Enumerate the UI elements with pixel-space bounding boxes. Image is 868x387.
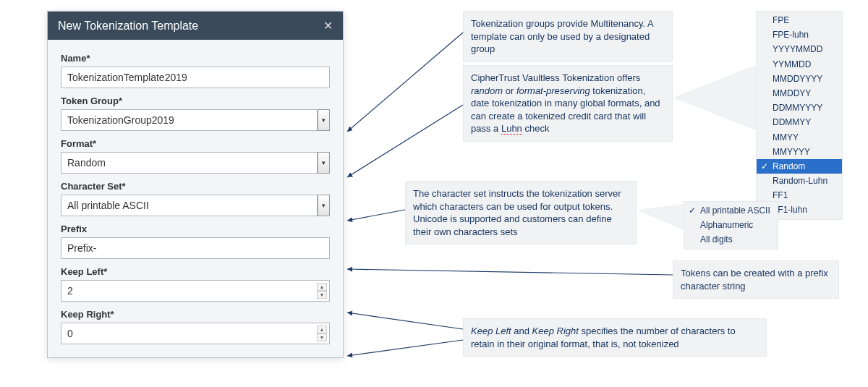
format-option[interactable]: DDMMYY <box>757 115 842 129</box>
svg-line-1 <box>347 105 463 177</box>
charset-options-list: All printable ASCIIAlphanumericAll digit… <box>684 201 778 250</box>
keep-left-label: Keep Left* <box>61 266 330 277</box>
name-input[interactable] <box>61 67 330 88</box>
format-option[interactable]: DDMMYYYY <box>757 101 842 115</box>
format-label: Format* <box>61 138 330 149</box>
callout-token-group: Tokenization groups provide Multitenancy… <box>463 11 673 62</box>
keep-right-label: Keep Right* <box>61 309 330 320</box>
callout-text: Tokenization groups provide Multitenancy… <box>471 18 653 54</box>
callout-format: CipherTrust Vaultless Tokenization offer… <box>463 65 673 142</box>
svg-marker-7 <box>637 204 684 230</box>
format-option[interactable]: Random <box>757 159 842 174</box>
keep-right-stepper[interactable]: ▲▼ <box>317 326 327 341</box>
callout-charset: The character set instructs the tokeniza… <box>405 181 637 244</box>
chevron-down-icon[interactable]: ▼ <box>317 333 327 341</box>
format-option[interactable]: MMDDYYYY <box>757 72 842 86</box>
new-tokenization-template-dialog: New Tokenization Template ✕ Name* Token … <box>47 11 344 358</box>
callout-text: CipherTrust Vaultless Tokenization offer… <box>471 72 640 83</box>
svg-line-4 <box>347 312 463 329</box>
charset-option[interactable]: All printable ASCII <box>684 203 778 218</box>
callout-text: Tokens can be created with a prefix char… <box>681 268 828 292</box>
svg-line-2 <box>347 210 405 221</box>
callout-text: check <box>522 123 550 134</box>
keep-right-input[interactable] <box>61 323 330 344</box>
keep-left-input[interactable] <box>61 280 330 302</box>
format-option[interactable]: MMYY <box>757 130 842 145</box>
token-group-dropdown-button[interactable]: ▾ <box>318 109 330 131</box>
callout-text: random <box>471 85 503 96</box>
svg-line-3 <box>347 269 673 275</box>
close-icon[interactable]: ✕ <box>323 19 333 33</box>
dialog-header: New Tokenization Template ✕ <box>48 12 343 40</box>
callout-text: Keep Right <box>532 326 579 336</box>
format-option[interactable]: FPE-luhn <box>757 27 842 42</box>
format-select[interactable] <box>61 152 318 174</box>
prefix-label: Prefix <box>61 224 330 234</box>
format-option[interactable]: FPE <box>757 13 842 27</box>
token-group-select[interactable] <box>61 109 318 131</box>
chevron-up-icon[interactable]: ▲ <box>317 283 327 291</box>
charset-option[interactable]: Alphanumeric <box>684 218 778 232</box>
format-option[interactable]: MMYYYY <box>757 145 842 159</box>
charset-label: Character Set* <box>61 181 330 192</box>
callout-text: Keep Left <box>471 326 511 336</box>
format-option[interactable]: YYMMDD <box>757 57 842 72</box>
format-dropdown-button[interactable]: ▾ <box>318 152 330 174</box>
callout-text: The character set instructs the tokeniza… <box>413 188 621 237</box>
chevron-up-icon[interactable]: ▲ <box>317 326 327 333</box>
callout-text: Luhn <box>501 123 522 135</box>
svg-line-5 <box>347 340 463 356</box>
format-option[interactable]: MMDDYY <box>757 86 842 101</box>
format-option[interactable]: Random-Luhn <box>757 174 842 188</box>
format-option[interactable]: YYYYMMDD <box>757 42 842 56</box>
prefix-input[interactable] <box>61 237 330 259</box>
callout-prefix: Tokens can be created with a prefix char… <box>673 260 839 299</box>
charset-option[interactable]: All digits <box>684 232 778 247</box>
callout-text: and <box>511 326 532 336</box>
keep-left-stepper[interactable]: ▲▼ <box>317 283 327 299</box>
dialog-title: New Tokenization Template <box>58 20 198 33</box>
svg-line-0 <box>347 33 463 132</box>
token-group-label: Token Group* <box>61 95 330 106</box>
svg-marker-6 <box>673 65 756 130</box>
callout-text: or <box>503 85 516 96</box>
format-options-list: FPEFPE-luhnYYYYMMDDYYMMDDMMDDYYYYMMDDYYD… <box>756 11 843 220</box>
callout-keep: Keep Left and Keep Right specifies the n… <box>463 318 767 357</box>
charset-select[interactable] <box>61 195 318 216</box>
name-label: Name* <box>61 53 330 64</box>
chevron-down-icon[interactable]: ▼ <box>317 291 327 299</box>
callout-text: format-preserving <box>516 85 590 96</box>
dialog-body: Name* Token Group* ▾ Format* ▾ Character… <box>48 40 343 357</box>
charset-dropdown-button[interactable]: ▾ <box>318 195 330 216</box>
